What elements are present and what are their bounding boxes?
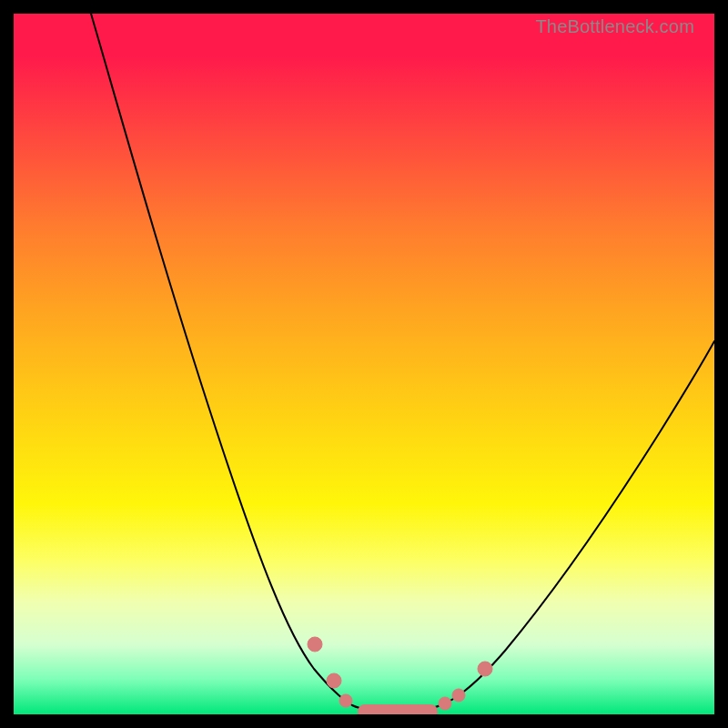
- chart-frame: TheBottleneck.com: [0, 0, 728, 728]
- chart-plot-area: TheBottleneck.com: [14, 14, 714, 714]
